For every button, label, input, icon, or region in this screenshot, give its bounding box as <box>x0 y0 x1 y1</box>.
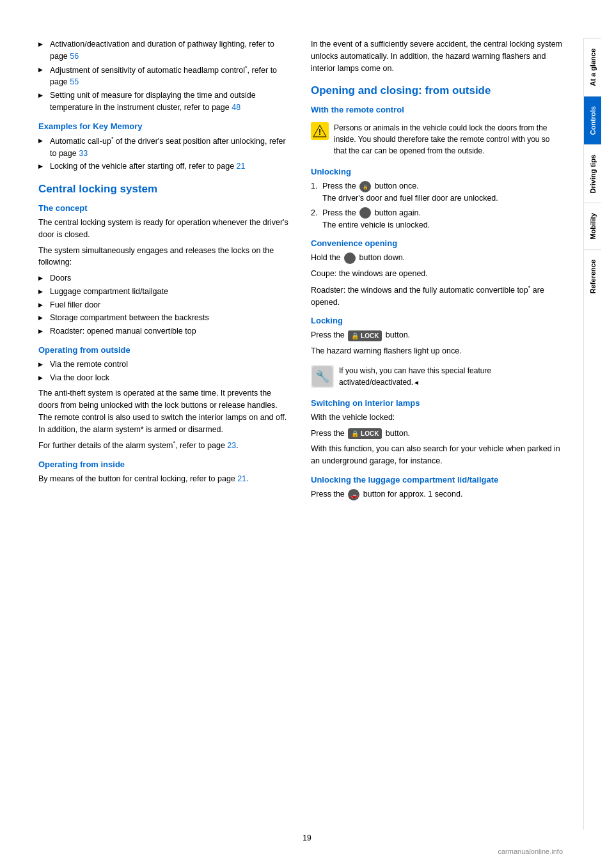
convenience-heading: Convenience opening <box>311 238 564 248</box>
concept-bullet-fuel: Fuel filler door <box>38 299 292 311</box>
info-icon: 🔧 <box>311 365 334 388</box>
intro-bullet-1: Activation/deactivation and duration of … <box>38 38 292 63</box>
svg-point-5 <box>347 255 353 261</box>
info-text: If you wish, you can have this special f… <box>339 365 564 388</box>
unlocking-step-2: 2. Press the button again. The entire ve… <box>311 207 564 231</box>
sidebar-tab-controls[interactable]: Controls <box>584 96 601 144</box>
luggage-para: Press the 🚗 button for approx. 1 second. <box>311 488 564 500</box>
operating-outside-heading: Operating from outside <box>38 345 292 355</box>
page-footer: carmanualonline.info <box>498 848 563 855</box>
sidebar-tab-driving-tips[interactable]: Driving tips <box>584 144 601 203</box>
opening-heading: Opening and closing: from outside <box>311 84 564 97</box>
link-56[interactable]: 56 <box>70 52 79 61</box>
examples-heading: Examples for Key Memory <box>38 121 292 131</box>
locking-para2: The hazard warning flashers light up onc… <box>311 345 564 357</box>
switching-para3: With this function, you can also search … <box>311 443 564 467</box>
examples-bullets: Automatic call-up* of the driver's seat … <box>38 135 292 173</box>
unlocking-step-1: 1. Press the 🔓 button once. The driver's… <box>311 180 564 205</box>
link-48[interactable]: 48 <box>232 103 240 112</box>
warning-text: Persons or animals in the vehicle could … <box>334 122 564 157</box>
switching-para1: With the vehicle locked: <box>311 412 564 424</box>
warning-icon: ! <box>311 122 329 140</box>
link-55[interactable]: 55 <box>70 77 79 86</box>
remote-heading: With the remote control <box>311 105 564 114</box>
sidebar-tab-reference[interactable]: Reference <box>584 249 601 303</box>
lock-button-icon: 🔒 LOCK <box>348 330 382 341</box>
intro-bullet-2: Adjustment of sensitivity of automatic h… <box>38 64 292 89</box>
link-33[interactable]: 33 <box>79 149 88 158</box>
luggage-icon: 🚗 <box>348 489 359 500</box>
svg-text:!: ! <box>319 128 321 137</box>
right-column: In the event of a sufficiently severe ac… <box>311 38 564 830</box>
central-locking-heading: Central locking system <box>38 183 292 196</box>
unlock-icon-1: 🔓 <box>359 181 371 192</box>
operating-inside-heading: Operating from inside <box>38 460 292 469</box>
sidebar-tab-mobility[interactable]: Mobility <box>584 203 601 249</box>
svg-text:🔓: 🔓 <box>363 184 368 190</box>
sidebar-tab-at-a-glance[interactable]: At a glance <box>584 38 601 96</box>
intro-bullets: Activation/deactivation and duration of … <box>38 38 292 114</box>
convenience-para2: Coupe: the windows are opened. <box>311 268 564 280</box>
convenience-para3: Roadster: the windows and the fully auto… <box>311 284 564 309</box>
intro-bullet-3: Setting unit of measure for displaying t… <box>38 89 292 114</box>
locking-para1: Press the 🔒 LOCK button. <box>311 329 564 341</box>
svg-point-4 <box>362 210 368 216</box>
concept-para1: The central locking system is ready for … <box>38 217 292 241</box>
alarm-ref: For further details of the alarm system*… <box>38 439 292 452</box>
operating-inside-para: By means of the button for central locki… <box>38 473 292 485</box>
main-content: Activation/deactivation and duration of … <box>0 0 614 868</box>
svg-text:🔧: 🔧 <box>315 369 330 384</box>
concept-bullet-roadster: Roadster: opened manual convertible top <box>38 325 292 337</box>
link-23[interactable]: 23 <box>227 441 236 450</box>
lock-button-icon-2: 🔒 LOCK <box>348 428 382 439</box>
examples-bullet-1: Automatic call-up* of the driver's seat … <box>38 135 292 160</box>
unlocking-heading: Unlocking <box>311 167 564 176</box>
link-21a[interactable]: 21 <box>237 162 246 171</box>
page-container: Activation/deactivation and duration of … <box>0 0 614 868</box>
concept-bullet-storage: Storage compartment between the backrest… <box>38 312 292 324</box>
warning-box: ! Persons or animals in the vehicle coul… <box>311 120 564 159</box>
left-column: Activation/deactivation and duration of … <box>38 38 292 830</box>
info-box: 🔧 If you wish, you can have this special… <box>311 362 564 391</box>
operating-outside-remote: Via the remote control <box>38 359 292 371</box>
page-number: 19 <box>303 833 311 842</box>
convenience-para1: Hold the button down. <box>311 252 564 264</box>
link-21b[interactable]: 21 <box>237 474 246 483</box>
switching-heading: Switching on interior lamps <box>311 398 564 408</box>
concept-para2: The system simultaneously engages and re… <box>38 245 292 269</box>
convenience-icon <box>344 252 356 264</box>
unlock-icon-2 <box>359 207 371 219</box>
examples-bullet-2: Locking of the vehicle after starting of… <box>38 160 292 173</box>
sidebar: At a glance Controls Driving tips Mobili… <box>583 38 601 830</box>
svg-text:🚗: 🚗 <box>350 492 358 499</box>
switching-para2: Press the 🔒 LOCK button. <box>311 428 564 440</box>
locking-heading: Locking <box>311 316 564 325</box>
concept-heading: The concept <box>38 203 292 213</box>
concept-bullets: Doors Luggage compartment lid/tailgate F… <box>38 272 292 337</box>
operating-outside-bullets: Via the remote control Via the door lock <box>38 359 292 384</box>
concept-bullet-luggage: Luggage compartment lid/tailgate <box>38 286 292 298</box>
intro-para: In the event of a sufficiently severe ac… <box>311 38 564 74</box>
luggage-heading: Unlocking the luggage compartment lid/ta… <box>311 475 564 484</box>
concept-bullet-doors: Doors <box>38 272 292 284</box>
unlocking-steps: 1. Press the 🔓 button once. The driver's… <box>311 180 564 231</box>
operating-outside-para: The anti-theft system is operated at the… <box>38 387 292 435</box>
operating-outside-door: Via the door lock <box>38 372 292 384</box>
